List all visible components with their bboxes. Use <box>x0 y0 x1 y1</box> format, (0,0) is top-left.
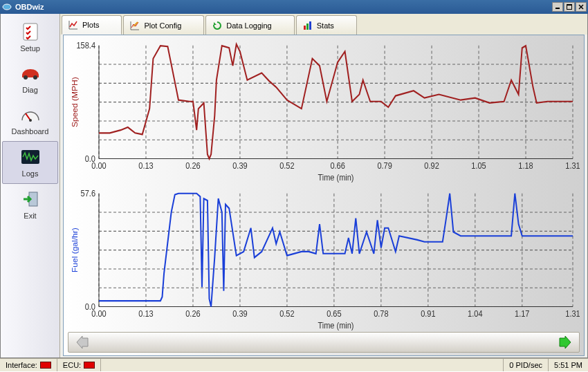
svg-text:0.65: 0.65 <box>327 309 341 318</box>
ecu-led-icon <box>84 362 95 369</box>
svg-point-0 <box>3 4 11 10</box>
sidebar-item-label: Dashboard <box>12 127 49 136</box>
tab-bar: Plots Plot Config Data Logging Stats <box>60 14 587 35</box>
status-clock: 5:51 PM <box>548 359 588 371</box>
svg-text:1.31: 1.31 <box>565 161 580 170</box>
svg-text:0.52: 0.52 <box>279 161 294 170</box>
sidebar-item-label: Logs <box>22 169 39 178</box>
svg-text:1.17: 1.17 <box>515 309 529 318</box>
tab-label: Plots <box>82 21 99 29</box>
refresh-icon <box>212 20 223 31</box>
sidebar-item-exit[interactable]: Exit <box>1 184 59 225</box>
chart-config-icon <box>129 20 140 31</box>
gauge-icon <box>19 104 42 126</box>
svg-rect-14 <box>306 24 309 30</box>
tab-plots[interactable]: Plots <box>62 15 122 35</box>
svg-rect-15 <box>309 21 311 30</box>
sidebar-item-label: Diag <box>22 86 38 94</box>
svg-text:0.78: 0.78 <box>374 309 388 318</box>
arrow-right-icon <box>554 335 573 349</box>
svg-text:Fuel (gal/hr): Fuel (gal/hr) <box>71 227 78 272</box>
sidebar-item-dashboard[interactable]: Dashboard <box>1 100 59 141</box>
prev-page-button[interactable] <box>68 333 99 351</box>
tab-label: Data Logging <box>226 21 271 30</box>
status-ecu-label: ECU: <box>63 361 81 369</box>
svg-text:0.26: 0.26 <box>185 309 200 318</box>
car-icon <box>19 62 42 84</box>
sidebar-item-label: Exit <box>24 212 36 220</box>
sidebar-item-setup[interactable]: Setup <box>1 17 59 58</box>
status-ecu: ECU: <box>57 359 101 371</box>
svg-text:0.39: 0.39 <box>232 161 247 170</box>
title-bar: OBDwiz <box>0 0 588 14</box>
svg-point-10 <box>29 119 32 122</box>
svg-text:Time (min): Time (min) <box>318 174 353 183</box>
svg-text:158.4: 158.4 <box>77 41 96 50</box>
window-controls <box>552 2 587 12</box>
svg-text:Speed (MPH): Speed (MPH) <box>71 77 78 127</box>
maximize-button[interactable] <box>564 2 575 12</box>
interface-led-icon <box>40 362 51 369</box>
tab-data-logging[interactable]: Data Logging <box>205 15 294 35</box>
status-bar: Interface: ECU: 0 PID/sec 5:51 PM <box>0 358 588 371</box>
svg-text:1.31: 1.31 <box>565 309 580 318</box>
svg-text:0.13: 0.13 <box>138 161 153 170</box>
svg-point-8 <box>33 75 37 80</box>
svg-text:0.52: 0.52 <box>279 309 294 318</box>
svg-text:Time (min): Time (min) <box>318 321 353 330</box>
check-list-icon <box>19 21 42 43</box>
window-title: OBDwiz <box>15 3 44 11</box>
plot-fuel: 0.000.130.260.390.520.650.780.911.041.17… <box>68 187 580 331</box>
svg-text:0.92: 0.92 <box>424 161 439 170</box>
plot-speed: 0.000.130.260.390.520.660.790.921.051.18… <box>68 39 580 183</box>
status-pid-rate: 0 PID/sec <box>503 359 548 371</box>
status-interface-label: Interface: <box>6 361 37 369</box>
exit-door-icon <box>19 188 42 210</box>
sidebar-item-diag[interactable]: Diag <box>1 58 59 100</box>
tab-plot-config[interactable]: Plot Config <box>123 15 204 35</box>
minimize-button[interactable] <box>552 2 563 12</box>
plot-nav-bar <box>68 332 580 353</box>
sidebar-item-logs[interactable]: Logs <box>2 141 58 184</box>
svg-text:57.6: 57.6 <box>81 189 95 198</box>
plot-content: 0.000.130.260.390.520.660.790.921.051.18… <box>63 35 585 356</box>
svg-text:0.79: 0.79 <box>377 161 392 170</box>
tab-label: Plot Config <box>144 21 181 30</box>
tab-stats[interactable]: Stats <box>296 15 357 35</box>
chart-icon <box>68 19 79 30</box>
svg-text:1.05: 1.05 <box>471 161 486 170</box>
tab-label: Stats <box>317 21 334 30</box>
next-page-button[interactable] <box>549 333 579 351</box>
svg-text:0.91: 0.91 <box>421 309 435 318</box>
svg-text:0.13: 0.13 <box>138 309 153 318</box>
svg-rect-13 <box>304 26 306 30</box>
arrow-left-icon <box>74 335 93 349</box>
stats-icon <box>302 20 313 31</box>
svg-text:0.0: 0.0 <box>85 154 95 163</box>
close-button[interactable] <box>576 2 587 12</box>
svg-text:0.0: 0.0 <box>85 302 95 311</box>
svg-text:1.18: 1.18 <box>518 161 533 170</box>
waveform-icon <box>19 146 42 168</box>
sidebar-item-label: Setup <box>20 44 40 53</box>
svg-text:0.26: 0.26 <box>185 161 200 170</box>
app-icon <box>1 1 12 12</box>
svg-point-7 <box>24 75 28 80</box>
svg-text:0.39: 0.39 <box>232 309 247 318</box>
status-interface: Interface: <box>0 359 57 371</box>
svg-text:0.66: 0.66 <box>330 161 344 170</box>
svg-text:1.04: 1.04 <box>468 309 483 318</box>
sidebar: Setup Diag Dashboard Logs Exit <box>1 14 60 357</box>
